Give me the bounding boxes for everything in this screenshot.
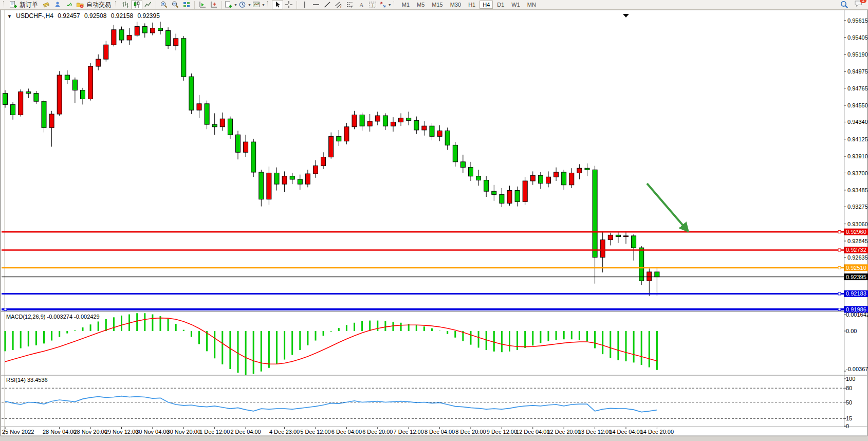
timeframe-w1[interactable]: W1 [508,1,523,9]
new-chart-button[interactable]: ▼ [224,0,238,10]
text-label-button[interactable]: T [367,0,378,10]
toolbar-right: 1 [840,0,866,10]
equidistant-channel-button[interactable]: E [333,0,344,10]
toolbar-grip[interactable] [3,1,6,8]
bar-chart-button[interactable] [120,0,131,10]
candlestick [492,191,496,194]
auto-trading-label[interactable]: 自动交易 [86,1,111,9]
line-end-marker[interactable] [838,231,841,233]
toolbar-grip[interactable] [115,1,118,8]
price-tick-label: 0.94765 [847,85,868,91]
date-tick-label: 13 Dec 12:00 [578,429,612,435]
rsi-level-label: 100 [846,376,855,382]
ohlc-close: 0.92395 [137,12,159,20]
date-tick-label: 12 Dec 04:00 [516,429,549,435]
candlestick [158,28,163,31]
candlestick [352,115,357,126]
chart-shift-button[interactable] [208,0,219,10]
price-tick-label: 0.95190 [847,51,868,58]
candlestick [11,104,15,115]
date-tick-label: 14 Dec 20:00 [640,429,674,435]
rsi-level-label: 0 [846,423,849,429]
trendline-button[interactable] [322,0,333,10]
price-line-label: 0.92395 [846,274,866,280]
vertical-line-button[interactable] [299,0,310,10]
candlestick [500,194,504,203]
candlestick [135,27,139,35]
timeframe-d1[interactable]: D1 [494,1,507,9]
chart-menu-caret[interactable]: ▼ [7,14,12,19]
clock-icon [238,1,247,9]
vertical-line-icon [301,1,309,9]
candlestick-chart-button[interactable] [131,0,142,10]
arrows-icon [379,1,387,9]
candlestick [515,191,520,202]
line-chart-button[interactable] [142,0,154,10]
candlestick [228,119,232,135]
periodicity-button[interactable]: ▼ [238,0,252,10]
toolbar-grip[interactable] [394,1,396,8]
line-end-marker[interactable] [838,266,841,269]
line-end-marker[interactable] [838,292,841,295]
horizontal-line-icon [312,1,320,9]
price-line-label: 0.92960 [846,229,866,235]
arrows-button[interactable]: ▼ [378,0,392,10]
price-tick-label: 0.93700 [847,170,868,176]
chart-forward-button[interactable] [197,0,208,10]
channel-icon: E [335,1,343,9]
ohlc-low: 0.92158 [111,12,133,20]
publisher-button[interactable] [52,0,63,10]
zoom-in-button[interactable] [158,0,170,10]
candlestick [321,157,326,166]
indicators-button[interactable]: ▼ [252,0,266,10]
zoom-out-button[interactable] [170,0,181,10]
timeframe-h1[interactable]: H1 [465,1,478,9]
timeframe-m15[interactable]: M15 [429,1,446,9]
date-tick-label: 14 Dec 04:00 [609,429,642,435]
candlestick [329,136,334,157]
timeframe-m1[interactable]: M1 [399,1,413,9]
price-line-label: 0.92732 [846,247,866,253]
search-icon[interactable] [840,1,849,9]
candlestick [538,175,543,183]
tile-windows-button[interactable] [181,0,192,10]
price-tick-label: 0.94550 [847,102,868,108]
timeframe-h4[interactable]: H4 [479,1,493,9]
timeframe-m30[interactable]: M30 [447,1,464,9]
ohlc-high: 0.92508 [84,12,106,20]
signal-button[interactable] [63,0,75,10]
auto-trading-button[interactable] [75,0,86,10]
horizontal-line-button[interactable] [310,0,322,10]
new-order-button[interactable] [8,0,19,10]
line-end-marker[interactable] [4,308,7,310]
notifications-button[interactable]: 1 [854,0,863,10]
line-end-marker[interactable] [838,308,841,310]
timeframe-m5[interactable]: M5 [414,1,428,9]
symbol-period: USDCHF-,H4 [16,12,53,20]
candlestick [569,173,574,185]
svg-text:T: T [371,3,374,8]
new-order-label[interactable]: 新订单 [20,1,38,9]
date-tick-label: 4 Dec 23:00 [269,429,300,435]
crosshair-button[interactable] [283,0,294,10]
new-chart-icon [225,1,233,9]
cursor-button[interactable] [272,0,283,10]
date-tick-label: 7 Dec 12:00 [394,429,424,435]
candlestick [391,122,396,126]
candlestick [430,126,434,136]
candlestick [344,127,349,141]
fibonacci-button[interactable]: F [344,0,356,10]
text-button[interactable]: A [356,0,367,10]
line-end-marker[interactable] [838,249,841,251]
eraser-button[interactable] [41,0,52,10]
candlestick [181,39,186,77]
text-label-icon: T [368,1,377,9]
macd-scale-zero: 0.00 [846,328,857,334]
candlestick [655,272,659,277]
price-tick-label: 0.94125 [847,136,868,142]
timeframe-mn[interactable]: MN [524,1,539,9]
chevron-down-icon: ▼ [262,3,265,7]
toolbar-grip[interactable] [267,1,270,8]
chevron-down-icon: ▼ [248,3,251,7]
auto-trading-icon [76,1,84,9]
